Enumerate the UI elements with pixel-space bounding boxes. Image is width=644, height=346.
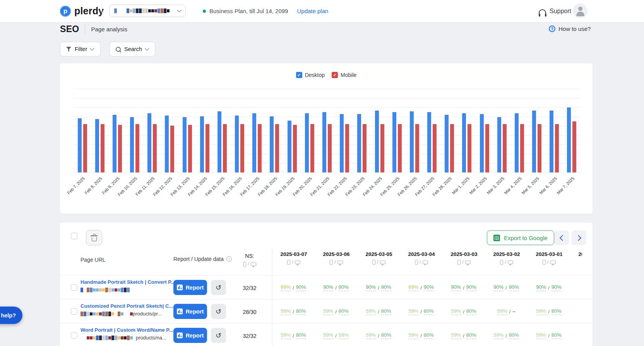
- project-selector-dropdown[interactable]: [109, 5, 186, 17]
- device-pair-icons: /: [330, 259, 343, 265]
- ns-value: 32/32: [230, 333, 269, 339]
- monitor-icon: [423, 261, 428, 264]
- score-value[interactable]: 80%: [424, 332, 434, 339]
- bar-group: [546, 89, 563, 172]
- score-value[interactable]: 59%: [451, 308, 461, 315]
- pages-table-card: Export to Google Page URL Report / Updat…: [60, 223, 593, 346]
- support-button[interactable]: Support: [539, 0, 571, 22]
- table-row: Handmade Portrait Sketch | Convert P...R…: [60, 275, 593, 300]
- row-checkbox[interactable]: [71, 308, 77, 315]
- refresh-button[interactable]: ↺: [211, 328, 226, 343]
- score-value[interactable]: 80%: [466, 332, 476, 339]
- score-value[interactable]: 90%: [552, 284, 562, 291]
- bar-desktop: [445, 115, 449, 172]
- column-header-date: 2025-03-06/: [315, 251, 358, 266]
- score-value[interactable]: 80%: [339, 308, 349, 315]
- score-value[interactable]: 59%: [536, 332, 546, 339]
- score-cell: 59%/80%: [272, 300, 315, 324]
- help-chat-widget[interactable]: help?: [0, 307, 22, 324]
- chart-x-axis: Feb 7, 2025Feb 8, 2025Feb 9, 2025Feb 10,…: [74, 172, 581, 199]
- row-checkbox[interactable]: [71, 284, 77, 291]
- mobile-checkbox[interactable]: ✓: [332, 72, 338, 78]
- bar-group: [74, 89, 91, 172]
- score-value[interactable]: 90%: [424, 284, 434, 291]
- score-value[interactable]: 90%: [451, 284, 461, 291]
- score-value[interactable]: 90%: [509, 284, 519, 291]
- x-axis-label: Feb 8, 2025: [84, 176, 103, 195]
- column-header-report: Report / Update data i: [173, 256, 232, 262]
- score-value[interactable]: 59%: [339, 332, 349, 339]
- page-title-link[interactable]: Handmade Portrait Sketch | Convert P...: [80, 279, 171, 285]
- bar-desktop: [392, 112, 396, 172]
- score-value[interactable]: 90%: [493, 284, 504, 291]
- score-value[interactable]: 90%: [323, 284, 333, 291]
- score-value[interactable]: 90%: [381, 284, 391, 291]
- refresh-button[interactable]: ↺: [211, 280, 226, 295]
- score-value[interactable]: 80%: [424, 308, 434, 315]
- score-value[interactable]: 80%: [296, 332, 306, 339]
- update-plan-link[interactable]: Update plan: [297, 8, 328, 14]
- score-value[interactable]: 80%: [296, 308, 306, 315]
- score-cell: 69%/90%: [272, 276, 315, 300]
- bar-desktop: [218, 111, 221, 172]
- bar-mobile: [101, 124, 104, 172]
- score-value[interactable]: 69%: [408, 284, 418, 291]
- score-value[interactable]: 90%: [466, 284, 476, 291]
- score-value[interactable]: 59%: [366, 332, 376, 339]
- bar-desktop: [322, 112, 326, 172]
- delete-button[interactable]: [86, 230, 102, 245]
- bar-mobile: [135, 124, 139, 172]
- score-value[interactable]: 80%: [552, 332, 562, 339]
- bar-mobile: [188, 125, 192, 172]
- page-title-link[interactable]: Customized Pencil Portrait Sketch| C...: [80, 303, 171, 309]
- bar-group: [528, 89, 545, 172]
- score-value[interactable]: 59%: [493, 332, 504, 339]
- score-value[interactable]: 59%: [536, 308, 546, 315]
- bar-group: [144, 89, 161, 172]
- refresh-button[interactable]: ↺: [211, 304, 226, 319]
- score-value[interactable]: 90%: [339, 284, 349, 291]
- bar-desktop: [78, 118, 82, 172]
- plerdy-logo[interactable]: p plerdy: [60, 5, 104, 17]
- score-value[interactable]: 59%: [366, 308, 376, 315]
- score-value[interactable]: 59%: [281, 332, 291, 339]
- score-value[interactable]: 59%: [281, 308, 291, 315]
- report-button[interactable]: Report: [173, 328, 207, 343]
- prev-page-button[interactable]: [554, 230, 569, 245]
- score-value[interactable]: 80%: [552, 308, 562, 315]
- score-value[interactable]: 90%: [536, 284, 546, 291]
- score-value[interactable]: 59%: [408, 332, 418, 339]
- report-button[interactable]: Report: [173, 280, 207, 295]
- score-value[interactable]: 59%: [323, 308, 333, 315]
- score-value[interactable]: 69%: [281, 284, 291, 291]
- export-to-google-button[interactable]: Export to Google: [487, 230, 554, 245]
- row-score-cells: 59%/80%59%/59%59%/80%59%/80%59%/80%59%/8…: [272, 324, 570, 346]
- legend-desktop[interactable]: ✓ Desktop: [296, 72, 325, 78]
- page-title-link[interactable]: Word Portrait | Custom Word/Name P...: [80, 327, 171, 333]
- score-value[interactable]: 80%: [381, 332, 391, 339]
- spreadsheet-icon: [493, 235, 500, 241]
- bar-group: [458, 89, 476, 172]
- score-value[interactable]: 59%: [323, 332, 333, 339]
- score-value[interactable]: 59%: [451, 332, 461, 339]
- search-button[interactable]: Search: [110, 42, 155, 56]
- score-value[interactable]: 90%: [366, 284, 376, 291]
- select-all-checkbox[interactable]: [71, 233, 77, 239]
- desktop-checkbox[interactable]: ✓: [296, 72, 302, 78]
- score-value[interactable]: 59%: [497, 308, 507, 315]
- row-checkbox[interactable]: [71, 332, 77, 339]
- avatar[interactable]: [573, 3, 587, 18]
- bar-group: [231, 89, 248, 172]
- score-value[interactable]: 90%: [296, 284, 306, 291]
- score-value[interactable]: 59%: [408, 308, 418, 315]
- next-page-button[interactable]: [572, 230, 586, 245]
- score-value[interactable]: 80%: [509, 332, 519, 339]
- phone-icon: [543, 260, 546, 265]
- filter-button[interactable]: Filter: [60, 42, 101, 56]
- score-value[interactable]: 80%: [381, 308, 391, 315]
- how-to-use-link[interactable]: ? How to use?: [549, 26, 591, 32]
- report-button[interactable]: Report: [173, 304, 207, 319]
- legend-mobile[interactable]: ✓ Mobile: [332, 72, 356, 78]
- score-value[interactable]: 80%: [466, 308, 476, 315]
- bar-mobile: [398, 124, 402, 172]
